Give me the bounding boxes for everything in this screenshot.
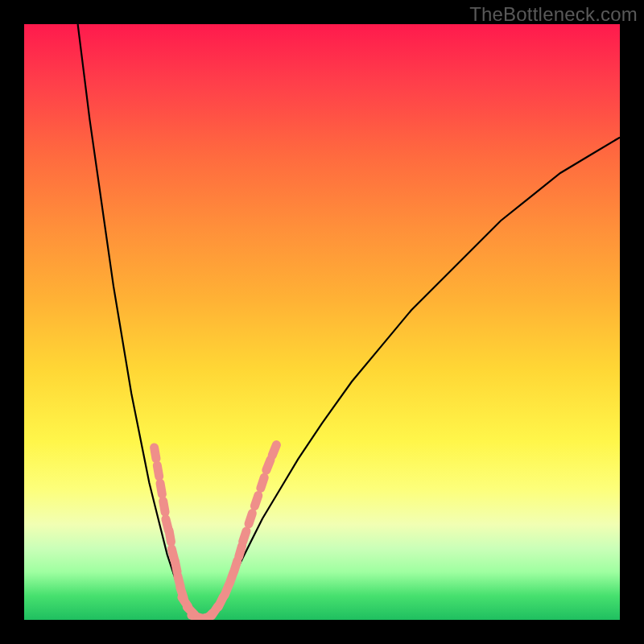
highlight-marker xyxy=(254,495,258,506)
highlight-marker xyxy=(243,531,246,542)
watermark-text: TheBottleneck.com xyxy=(469,3,638,26)
highlight-marker xyxy=(261,477,264,488)
highlight-marker xyxy=(160,483,162,494)
highlight-marker xyxy=(249,514,252,524)
left-curve xyxy=(78,24,203,620)
highlight-marker xyxy=(175,561,177,572)
highlight-marker xyxy=(272,445,276,456)
highlight-marker xyxy=(155,448,156,459)
highlight-marker xyxy=(239,546,242,556)
plot-area xyxy=(24,24,620,620)
highlight-marker xyxy=(157,465,159,477)
curve-layer xyxy=(24,24,620,620)
highlight-marker xyxy=(266,460,270,470)
right-curve xyxy=(203,138,620,620)
highlight-marker xyxy=(163,502,165,513)
chart-frame: TheBottleneck.com xyxy=(0,0,644,644)
highlight-markers xyxy=(155,445,277,620)
highlight-marker xyxy=(234,561,237,572)
highlight-marker xyxy=(169,531,171,543)
